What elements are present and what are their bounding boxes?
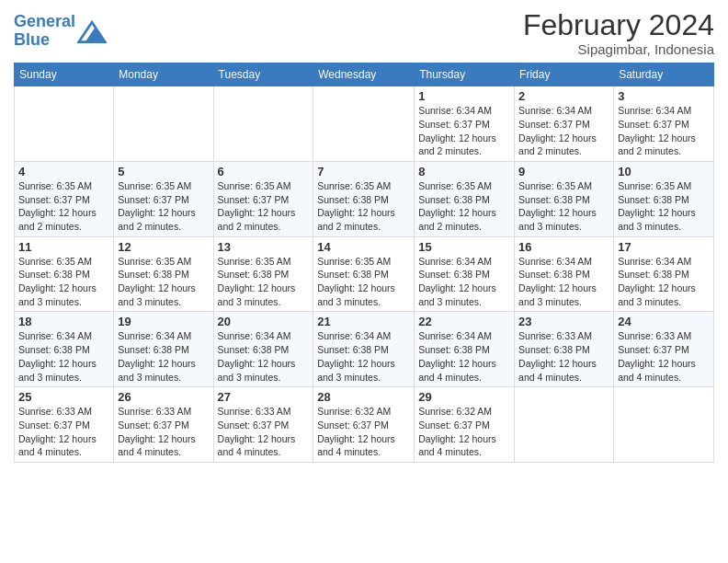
calendar-cell: 6Sunrise: 6:35 AMSunset: 6:37 PMDaylight… — [213, 161, 313, 236]
day-number: 14 — [317, 240, 410, 254]
calendar-cell: 13Sunrise: 6:35 AMSunset: 6:38 PMDayligh… — [213, 236, 313, 312]
logo: General Blue — [14, 13, 107, 50]
day-info: Sunrise: 6:34 AMSunset: 6:38 PMDaylight:… — [418, 329, 510, 384]
day-number: 24 — [618, 315, 710, 328]
day-info: Sunrise: 6:33 AMSunset: 6:37 PMDaylight:… — [118, 405, 209, 459]
day-info: Sunrise: 6:34 AMSunset: 6:37 PMDaylight:… — [518, 104, 609, 158]
day-number: 17 — [618, 240, 710, 254]
day-number: 3 — [618, 89, 710, 103]
day-info: Sunrise: 6:35 AMSunset: 6:38 PMDaylight:… — [118, 255, 209, 309]
day-number: 11 — [18, 240, 109, 254]
day-info: Sunrise: 6:33 AMSunset: 6:38 PMDaylight:… — [518, 329, 609, 384]
calendar-cell — [213, 86, 313, 162]
day-info: Sunrise: 6:34 AMSunset: 6:38 PMDaylight:… — [118, 329, 209, 384]
calendar-cell: 14Sunrise: 6:35 AMSunset: 6:38 PMDayligh… — [313, 236, 415, 312]
calendar-cell — [515, 387, 614, 463]
title-block: February 2024 Sipagimbar, Indonesia — [523, 9, 714, 57]
day-number: 28 — [317, 390, 410, 404]
day-info: Sunrise: 6:34 AMSunset: 6:38 PMDaylight:… — [418, 255, 510, 309]
day-number: 16 — [518, 240, 609, 254]
calendar-cell — [614, 387, 714, 463]
calendar-cell — [15, 86, 114, 162]
calendar-header: SundayMondayTuesdayWednesdayThursdayFrid… — [15, 63, 714, 86]
day-info: Sunrise: 6:32 AMSunset: 6:37 PMDaylight:… — [317, 405, 410, 459]
day-header: Tuesday — [213, 63, 313, 86]
day-number: 20 — [218, 315, 310, 328]
day-number: 25 — [18, 390, 109, 404]
calendar-cell: 4Sunrise: 6:35 AMSunset: 6:37 PMDaylight… — [15, 161, 114, 236]
calendar-cell: 25Sunrise: 6:33 AMSunset: 6:37 PMDayligh… — [15, 387, 114, 463]
day-number: 5 — [118, 165, 209, 178]
day-number: 7 — [317, 165, 410, 178]
calendar-cell: 21Sunrise: 6:34 AMSunset: 6:38 PMDayligh… — [313, 312, 415, 387]
calendar-cell: 24Sunrise: 6:33 AMSunset: 6:37 PMDayligh… — [614, 312, 714, 387]
day-info: Sunrise: 6:33 AMSunset: 6:37 PMDaylight:… — [18, 405, 109, 459]
day-number: 29 — [418, 390, 510, 404]
calendar-cell: 17Sunrise: 6:34 AMSunset: 6:38 PMDayligh… — [614, 236, 714, 312]
day-number: 6 — [218, 165, 310, 178]
location: Sipagimbar, Indonesia — [523, 41, 714, 57]
header: General Blue February 2024 Sipagimbar, I… — [14, 9, 714, 57]
day-info: Sunrise: 6:35 AMSunset: 6:37 PMDaylight:… — [218, 179, 310, 234]
day-header: Wednesday — [313, 63, 415, 86]
calendar-cell: 11Sunrise: 6:35 AMSunset: 6:38 PMDayligh… — [15, 236, 114, 312]
calendar-cell: 12Sunrise: 6:35 AMSunset: 6:38 PMDayligh… — [114, 236, 213, 312]
calendar-cell: 3Sunrise: 6:34 AMSunset: 6:37 PMDaylight… — [614, 86, 714, 162]
calendar-cell: 20Sunrise: 6:34 AMSunset: 6:38 PMDayligh… — [213, 312, 313, 387]
day-number: 13 — [218, 240, 310, 254]
calendar-cell: 26Sunrise: 6:33 AMSunset: 6:37 PMDayligh… — [114, 387, 213, 463]
calendar-cell: 29Sunrise: 6:32 AMSunset: 6:37 PMDayligh… — [415, 387, 515, 463]
day-info: Sunrise: 6:34 AMSunset: 6:38 PMDaylight:… — [618, 255, 710, 309]
day-info: Sunrise: 6:34 AMSunset: 6:37 PMDaylight:… — [618, 104, 710, 158]
calendar-cell: 18Sunrise: 6:34 AMSunset: 6:38 PMDayligh… — [15, 312, 114, 387]
day-number: 4 — [18, 165, 109, 178]
calendar-cell — [313, 86, 415, 162]
calendar-cell — [114, 86, 213, 162]
day-number: 19 — [118, 315, 209, 328]
calendar-cell: 16Sunrise: 6:34 AMSunset: 6:38 PMDayligh… — [515, 236, 614, 312]
calendar-cell: 28Sunrise: 6:32 AMSunset: 6:37 PMDayligh… — [313, 387, 415, 463]
day-header: Saturday — [614, 63, 714, 86]
day-number: 15 — [418, 240, 510, 254]
calendar-cell: 5Sunrise: 6:35 AMSunset: 6:37 PMDaylight… — [114, 161, 213, 236]
day-info: Sunrise: 6:32 AMSunset: 6:37 PMDaylight:… — [418, 405, 510, 459]
day-info: Sunrise: 6:34 AMSunset: 6:37 PMDaylight:… — [418, 104, 510, 158]
day-number: 8 — [418, 165, 510, 178]
day-number: 18 — [18, 315, 109, 328]
day-header: Thursday — [415, 63, 515, 86]
day-number: 1 — [418, 89, 510, 103]
day-info: Sunrise: 6:33 AMSunset: 6:37 PMDaylight:… — [618, 329, 710, 384]
calendar-week-row: 11Sunrise: 6:35 AMSunset: 6:38 PMDayligh… — [15, 236, 714, 312]
day-number: 12 — [118, 240, 209, 254]
day-info: Sunrise: 6:35 AMSunset: 6:38 PMDaylight:… — [218, 255, 310, 309]
logo-line1: General — [14, 13, 75, 31]
calendar-cell: 8Sunrise: 6:35 AMSunset: 6:38 PMDaylight… — [415, 161, 515, 236]
day-info: Sunrise: 6:35 AMSunset: 6:38 PMDaylight:… — [418, 179, 510, 234]
day-info: Sunrise: 6:35 AMSunset: 6:38 PMDaylight:… — [317, 179, 410, 234]
calendar-cell: 1Sunrise: 6:34 AMSunset: 6:37 PMDaylight… — [415, 86, 515, 162]
logo-icon — [77, 18, 107, 44]
calendar-cell: 27Sunrise: 6:33 AMSunset: 6:37 PMDayligh… — [213, 387, 313, 463]
day-info: Sunrise: 6:35 AMSunset: 6:38 PMDaylight:… — [518, 179, 609, 234]
calendar-body: 1Sunrise: 6:34 AMSunset: 6:37 PMDaylight… — [15, 86, 714, 463]
calendar-week-row: 4Sunrise: 6:35 AMSunset: 6:37 PMDaylight… — [15, 161, 714, 236]
calendar-cell: 22Sunrise: 6:34 AMSunset: 6:38 PMDayligh… — [415, 312, 515, 387]
day-info: Sunrise: 6:34 AMSunset: 6:38 PMDaylight:… — [18, 329, 109, 384]
calendar-cell: 7Sunrise: 6:35 AMSunset: 6:38 PMDaylight… — [313, 161, 415, 236]
day-info: Sunrise: 6:35 AMSunset: 6:37 PMDaylight:… — [18, 179, 109, 234]
day-number: 9 — [518, 165, 609, 178]
day-number: 23 — [518, 315, 609, 328]
header-row: SundayMondayTuesdayWednesdayThursdayFrid… — [15, 63, 714, 86]
day-number: 22 — [418, 315, 510, 328]
day-header: Sunday — [15, 63, 114, 86]
day-info: Sunrise: 6:35 AMSunset: 6:38 PMDaylight:… — [317, 255, 410, 309]
month-title: February 2024 — [523, 9, 714, 41]
calendar-cell: 9Sunrise: 6:35 AMSunset: 6:38 PMDaylight… — [515, 161, 614, 236]
day-number: 27 — [218, 390, 310, 404]
calendar-week-row: 25Sunrise: 6:33 AMSunset: 6:37 PMDayligh… — [15, 387, 714, 463]
calendar-cell: 10Sunrise: 6:35 AMSunset: 6:38 PMDayligh… — [614, 161, 714, 236]
calendar-cell: 19Sunrise: 6:34 AMSunset: 6:38 PMDayligh… — [114, 312, 213, 387]
day-info: Sunrise: 6:35 AMSunset: 6:37 PMDaylight:… — [118, 179, 209, 234]
day-info: Sunrise: 6:34 AMSunset: 6:38 PMDaylight:… — [317, 329, 410, 384]
day-number: 26 — [118, 390, 209, 404]
